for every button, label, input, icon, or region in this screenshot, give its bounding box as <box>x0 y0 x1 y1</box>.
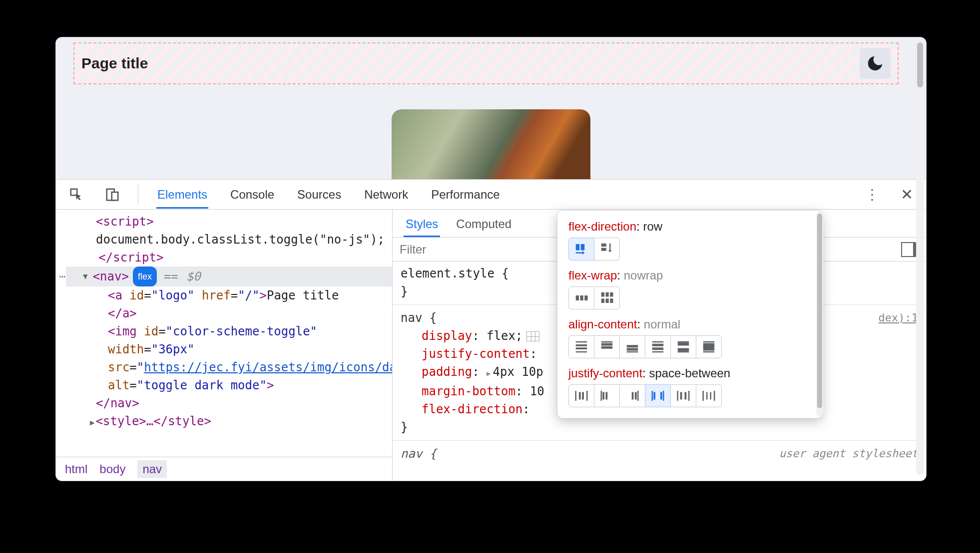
svg-rect-52 <box>680 392 682 400</box>
breadcrumb-nav[interactable]: nav <box>137 460 167 478</box>
svg-rect-2 <box>576 244 580 251</box>
flex-wrap-icon[interactable] <box>594 286 620 309</box>
style-node[interactable]: <style>…</style> <box>96 414 211 428</box>
svg-rect-9 <box>601 292 604 297</box>
justify-space-between-icon[interactable] <box>645 384 671 407</box>
flex-direction-row-icon[interactable] <box>568 238 594 261</box>
hero-image <box>392 109 590 179</box>
tab-network[interactable]: Network <box>363 181 409 209</box>
svg-rect-22 <box>627 351 638 353</box>
flex-editor-icon[interactable] <box>526 331 539 341</box>
svg-rect-42 <box>606 392 608 400</box>
script-body: document.body.classList.toggle("no-js"); <box>66 231 392 249</box>
svg-rect-17 <box>576 341 587 343</box>
flex-badge[interactable]: flex <box>133 267 157 286</box>
nav-tag: nav <box>100 270 121 283</box>
device-toggle-icon[interactable] <box>105 187 120 202</box>
ua-stylesheet-label: user agent stylesheet <box>779 445 918 463</box>
tab-elements[interactable]: Elements <box>156 181 208 209</box>
svg-rect-8 <box>584 295 587 300</box>
nav-rule-ua: nav { <box>401 447 437 461</box>
selected-node-nav[interactable]: ⋯ ▼ <nav> flex == $0 <box>66 267 392 286</box>
align-content-end-icon[interactable] <box>619 335 645 358</box>
breadcrumb-html[interactable]: html <box>65 462 87 476</box>
svg-rect-31 <box>678 342 689 345</box>
svg-rect-32 <box>678 348 689 351</box>
moon-icon <box>866 54 885 73</box>
svg-rect-20 <box>601 343 613 346</box>
align-content-center-icon[interactable] <box>568 335 594 358</box>
flex-direction-column-icon[interactable] <box>594 238 620 261</box>
svg-rect-1 <box>112 192 118 200</box>
svg-rect-15 <box>576 344 587 346</box>
tab-sources[interactable]: Sources <box>296 181 342 209</box>
justify-start-icon[interactable] <box>594 384 620 407</box>
script-open: <script> <box>96 215 154 229</box>
inspect-icon[interactable] <box>69 187 84 202</box>
tab-performance[interactable]: Performance <box>430 181 500 209</box>
tab-styles[interactable]: Styles <box>404 211 440 237</box>
svg-rect-14 <box>610 298 613 303</box>
dom-tree[interactable]: <script> document.body.classList.toggle(… <box>56 210 392 457</box>
dark-mode-toggle[interactable] <box>860 48 891 79</box>
svg-rect-50 <box>677 391 679 401</box>
justify-content-row: justify-content: space-between <box>568 366 811 407</box>
devtools-toolbar: Elements Console Sources Network Perform… <box>56 180 926 210</box>
svg-rect-41 <box>602 392 604 400</box>
svg-rect-24 <box>627 345 638 347</box>
breadcrumb[interactable]: html body nav <box>56 457 392 481</box>
svg-rect-3 <box>581 244 585 251</box>
justify-space-around-icon[interactable] <box>670 384 696 407</box>
svg-rect-45 <box>632 392 634 400</box>
ellipsis-icon[interactable]: ⋯ <box>59 268 65 285</box>
devtools-panel: Elements Console Sources Network Perform… <box>56 179 926 481</box>
tree-collapsed-icon[interactable]: ▶ <box>90 414 95 432</box>
toolbar-divider <box>138 185 138 205</box>
svg-rect-53 <box>685 392 687 400</box>
inspected-nav[interactable]: Page title <box>73 42 899 84</box>
close-devtools-icon[interactable]: ✕ <box>901 186 913 203</box>
justify-space-evenly-icon[interactable] <box>696 384 722 407</box>
img-node[interactable]: <img id="color-scheme-toggle" width="36p… <box>66 322 392 394</box>
tab-computed[interactable]: Computed <box>454 211 513 237</box>
elements-pane: <script> document.body.classList.toggle(… <box>56 210 393 481</box>
svg-rect-47 <box>663 391 664 401</box>
svg-rect-46 <box>652 391 653 401</box>
dollar-zero: $0 <box>186 268 201 285</box>
svg-rect-19 <box>601 341 613 343</box>
align-content-start-icon[interactable] <box>594 335 620 358</box>
script-close: </script> <box>98 251 163 265</box>
svg-rect-54 <box>703 391 704 401</box>
justify-center-icon[interactable] <box>568 384 594 407</box>
svg-rect-37 <box>586 391 588 401</box>
svg-rect-48 <box>653 392 655 400</box>
svg-rect-36 <box>575 391 577 401</box>
svg-rect-5 <box>601 248 606 251</box>
align-content-space-between-icon[interactable] <box>670 335 696 358</box>
page-title[interactable]: Page title <box>81 55 148 72</box>
justify-end-icon[interactable] <box>619 384 645 407</box>
flex-nowrap-icon[interactable] <box>568 286 594 309</box>
more-menu-icon[interactable]: ⋮ <box>865 186 880 203</box>
align-content-space-around-icon[interactable] <box>645 335 671 358</box>
svg-rect-21 <box>601 346 613 349</box>
svg-rect-57 <box>710 392 712 400</box>
tab-console[interactable]: Console <box>229 181 275 209</box>
svg-rect-4 <box>601 244 606 247</box>
flexbox-editor-popover[interactable]: flex-direction: row flex-wrap: nowrap <box>557 211 822 418</box>
popover-scrollbar[interactable] <box>816 212 823 416</box>
svg-rect-30 <box>678 351 689 353</box>
nav-rule-open: nav { <box>401 311 437 325</box>
breadcrumb-body[interactable]: body <box>99 462 125 476</box>
svg-rect-39 <box>582 392 584 400</box>
align-content-row: align-content: normal <box>568 317 811 358</box>
tree-expand-icon[interactable]: ▼ <box>83 268 88 285</box>
flex-wrap-row: flex-wrap: nowrap <box>568 269 811 309</box>
svg-rect-28 <box>652 347 664 350</box>
main-scrollbar[interactable] <box>916 40 924 475</box>
svg-rect-13 <box>606 298 609 303</box>
align-content-stretch-icon[interactable] <box>696 335 722 358</box>
source-link[interactable]: dex):1 <box>879 309 918 327</box>
a-node[interactable]: <a id="logo" href="/">Page title <box>66 286 392 304</box>
page-preview: Page title <box>56 37 926 179</box>
